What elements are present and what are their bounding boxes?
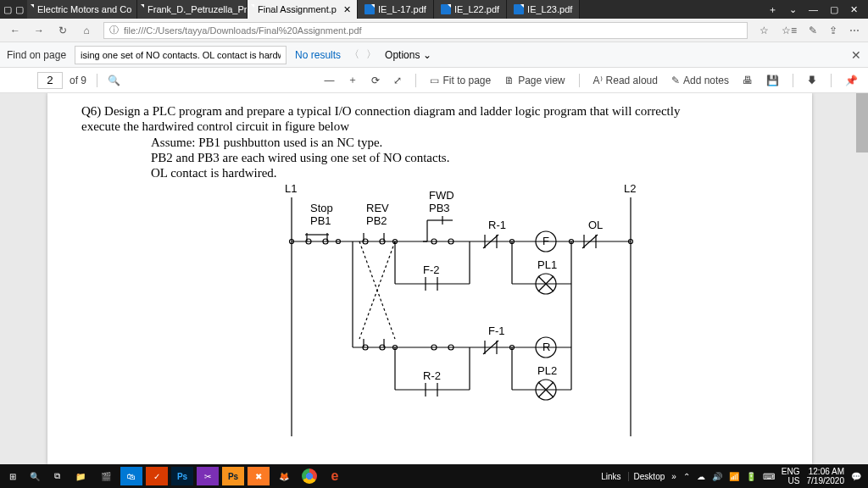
svg-text:R: R — [542, 341, 550, 353]
app-movies[interactable]: 🎬 — [95, 467, 117, 485]
page-view-button[interactable]: 🗎 Page view — [501, 75, 568, 86]
find-icon[interactable]: 🔍 — [108, 75, 120, 86]
document-viewport: Q6) Design a PLC program and prepare a t… — [0, 93, 868, 464]
maximize-button[interactable]: ▢ — [830, 4, 838, 15]
tray-wifi-icon[interactable]: 📶 — [729, 472, 739, 481]
scrollbar-thumb[interactable] — [856, 93, 868, 152]
close-find-button[interactable]: ✕ — [851, 48, 861, 62]
tab-ie-l17[interactable]: IE_L-17.pdf — [358, 0, 434, 19]
task-view-button[interactable]: ⧉ — [47, 467, 66, 485]
favorite-button[interactable]: ☆ — [758, 25, 771, 36]
zoom-out-button[interactable]: — — [320, 75, 337, 86]
app-photoshop[interactable]: Ps — [171, 467, 193, 485]
search-button[interactable]: 🔍 — [25, 467, 44, 485]
tray-desktop[interactable]: Desktop — [628, 472, 665, 481]
add-notes-button[interactable]: ✎ Add notes — [668, 75, 732, 86]
fit-page-button[interactable]: ▭ Fit to page — [426, 75, 494, 86]
tabs-chevron-icon[interactable]: ⌄ — [789, 4, 797, 15]
start-button[interactable]: ⊞ — [3, 467, 22, 485]
rotate-button[interactable]: ⟳ — [368, 75, 383, 86]
page-number-input[interactable] — [37, 72, 63, 89]
save-button[interactable]: 💾 — [763, 75, 782, 86]
find-options[interactable]: Options ⌄ — [385, 49, 431, 61]
svg-text:L2: L2 — [624, 182, 636, 195]
find-on-page-bar: Find on page No results 〈 〉 Options ⌄ ✕ — [0, 42, 868, 68]
tray-notifications-icon[interactable]: 💬 — [851, 472, 861, 481]
tray-clock[interactable]: 12:06 AM7/19/2020 — [807, 467, 845, 485]
pdf-icon — [441, 4, 451, 14]
svg-text:F-1: F-1 — [488, 324, 505, 337]
svg-text:PB1: PB1 — [310, 214, 331, 227]
page-total: of 9 — [70, 75, 86, 86]
close-icon[interactable]: ✕ — [343, 4, 351, 15]
pdf-page: Q6) Design a PLC program and prepare a t… — [47, 93, 812, 464]
app-snip[interactable]: ✂ — [197, 467, 219, 485]
close-window-button[interactable]: ✕ — [850, 4, 858, 15]
back-button[interactable]: ← — [8, 25, 22, 36]
tab-label: IE_L22.pdf — [454, 4, 499, 14]
tray-lang[interactable]: ENGUS — [782, 467, 800, 485]
app-chrome[interactable] — [302, 469, 317, 484]
url-text: file:///C:/Users/tayya/Downloads/Final%2… — [124, 25, 362, 36]
svg-text:FWD: FWD — [429, 189, 454, 202]
tab-ie-l23[interactable]: IE_L23.pdf — [507, 0, 580, 19]
tray-cloud-icon[interactable]: ☁ — [697, 472, 705, 481]
new-tab-button[interactable]: ＋ — [768, 3, 777, 16]
tray-sound-icon[interactable]: 🔊 — [712, 472, 722, 481]
svg-text:PB2: PB2 — [366, 214, 387, 227]
pdf-toolbar: of 9 🔍 — ＋ ⟳ ⤢ ▭ Fit to page 🗎 Page view… — [0, 68, 868, 93]
app-photoshop-2[interactable]: Ps — [222, 467, 244, 485]
app-firefox[interactable]: 🦊 — [273, 467, 295, 485]
svg-text:PB3: PB3 — [429, 202, 450, 214]
tray-chevron-up-icon[interactable]: ⌃ — [683, 472, 690, 481]
tray-links[interactable]: Links — [601, 472, 620, 481]
tab-group-icon[interactable]: ▢ — [3, 4, 12, 15]
favorites-bar-button[interactable]: ☆≡ — [782, 25, 797, 36]
url-field[interactable]: ⓘ file:///C:/Users/tayya/Downloads/Final… — [103, 22, 748, 39]
app-store[interactable]: 🛍 — [120, 467, 142, 485]
find-prev-button[interactable]: 〈 — [349, 47, 359, 62]
pin-toolbar-button[interactable]: 📌 — [842, 75, 861, 86]
tab-label: Electric Motors and Co — [37, 4, 131, 14]
forward-button[interactable]: → — [32, 25, 46, 36]
svg-text:F-2: F-2 — [423, 263, 440, 276]
circuit-diagram: L1 L2 Stop PB1 REV PB2 — [275, 182, 648, 449]
find-label: Find on page — [7, 49, 66, 61]
minimize-button[interactable]: — — [809, 4, 818, 14]
app-file-explorer[interactable]: 📁 — [70, 467, 92, 485]
more-button[interactable]: ⋯ — [849, 25, 860, 36]
find-input[interactable] — [75, 46, 287, 64]
pdf-icon — [514, 4, 524, 14]
tray-battery-icon[interactable]: 🔋 — [746, 472, 756, 481]
expand-button[interactable]: ⤢ — [390, 75, 405, 86]
tab-frank-petruzella[interactable]: Frank_D._Petruzella_Prc — [137, 0, 248, 19]
svg-text:REV: REV — [366, 202, 389, 214]
share-button[interactable]: ⇪ — [829, 25, 837, 36]
home-button[interactable]: ⌂ — [80, 25, 93, 36]
tab-label: IE_L-17.pdf — [378, 4, 426, 14]
read-aloud-button[interactable]: A⁾ Read aloud — [590, 75, 661, 86]
save-as-button[interactable]: 🡇 — [804, 75, 821, 86]
vertical-scrollbar[interactable] — [856, 93, 868, 464]
refresh-button[interactable]: ↻ — [56, 25, 70, 36]
svg-text:F: F — [542, 235, 549, 247]
tab-label: Final Assignment.p — [258, 4, 337, 14]
app-todo[interactable]: ✓ — [146, 467, 168, 485]
info-icon: ⓘ — [109, 24, 119, 36]
tab-final-assignment[interactable]: Final Assignment.p✕ — [248, 0, 358, 19]
tray-chevron-icon[interactable]: » — [671, 472, 676, 481]
app-edge[interactable]: e — [324, 467, 346, 485]
tab-label: Frank_D._Petruzella_Prc — [147, 4, 248, 14]
find-next-button[interactable]: 〉 — [366, 47, 376, 62]
app-xampp[interactable]: ✖ — [248, 467, 270, 485]
svg-text:PL1: PL1 — [537, 258, 557, 271]
tray-keyboard-icon[interactable]: ⌨ — [763, 472, 775, 481]
tab-label: IE_L23.pdf — [527, 4, 572, 14]
zoom-in-button[interactable]: ＋ — [344, 73, 361, 87]
tab-ie-l22[interactable]: IE_L22.pdf — [434, 0, 507, 19]
tab-group-icon-2[interactable]: ▢ — [15, 4, 24, 15]
notes-button[interactable]: ✎ — [809, 25, 817, 36]
browser-tab-bar: ▢ ▢ Electric Motors and Co Frank_D._Petr… — [0, 0, 868, 19]
tab-electric-motors[interactable]: Electric Motors and Co — [27, 0, 137, 19]
print-button[interactable]: 🖶 — [739, 75, 756, 86]
